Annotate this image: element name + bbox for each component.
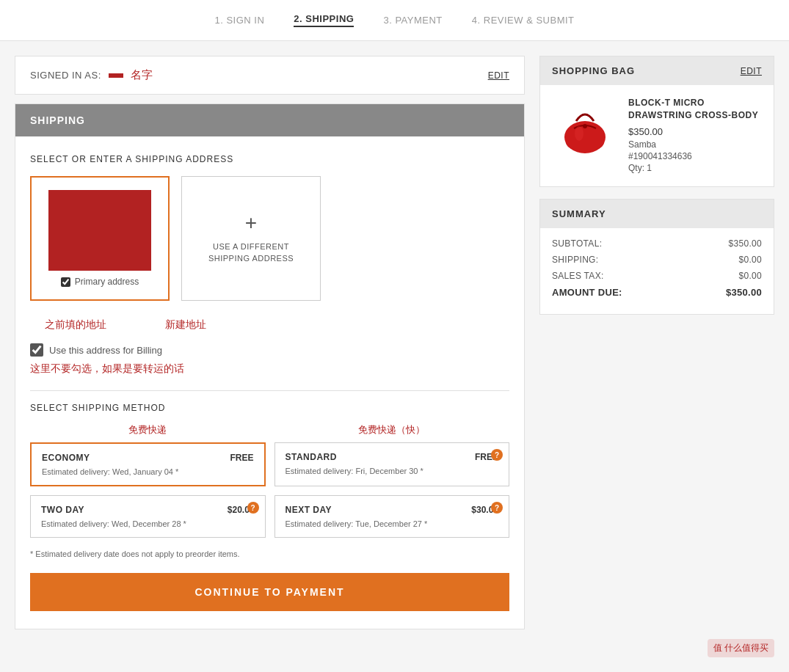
billing-checkbox[interactable] <box>30 343 43 357</box>
standard-annotation: 免费快递（快） <box>274 423 510 437</box>
add-address-text: USE A DIFFERENTSHIPPING ADDRESS <box>208 241 294 265</box>
svg-point-3 <box>575 126 583 141</box>
economy-price: FREE <box>230 453 253 463</box>
step-shipping[interactable]: 2. SHIPPING <box>294 13 354 27</box>
primary-address-card[interactable]: Primary address <box>30 176 170 301</box>
address-section-label: SELECT OR ENTER A SHIPPING ADDRESS <box>30 154 509 164</box>
annotation-previous: 之前填的地址 <box>45 318 106 332</box>
method-annotation-row: 免费快递 免费快递（快） <box>30 423 509 437</box>
two-day-name: TWO DAY <box>41 505 84 515</box>
billing-note: 这里不要勾选，如果是要转运的话 <box>30 362 509 376</box>
economy-annotation: 免费快递 <box>30 423 266 437</box>
total-value: $350.00 <box>726 287 762 298</box>
billing-row: Use this address for Billing <box>30 343 509 357</box>
method-next-day-top: NEXT DAY $30.00 ? <box>286 505 499 515</box>
signed-in-info: SIGNED IN AS: 名字 <box>30 68 153 82</box>
subtotal-value: $350.00 <box>729 238 762 249</box>
two-day-help-icon[interactable]: ? <box>247 502 259 514</box>
bag-item-image <box>552 97 618 163</box>
summary-header: SUMMARY <box>540 200 774 228</box>
method-standard-top: STANDARD FREE ? <box>286 452 499 462</box>
primary-address-image <box>48 190 151 271</box>
step-review[interactable]: 4. REVIEW & SUBMIT <box>472 15 575 26</box>
summary-subtotal: SUBTOTAL: $350.00 <box>552 238 762 249</box>
bag-item-price: $350.00 <box>628 126 762 137</box>
address-cards: Primary address + USE A DIFFERENTSHIPPIN… <box>30 176 509 301</box>
bag-header: SHOPPING BAG EDIT <box>540 56 774 85</box>
method-two-day[interactable]: TWO DAY $20.00 ? Estimated delivery: Wed… <box>30 495 266 538</box>
watermark: 值 什么值得买 <box>708 639 774 644</box>
signed-in-edit-link[interactable]: EDIT <box>488 70 509 81</box>
shipping-method-label: SELECT SHIPPING METHOD <box>30 403 509 413</box>
checkout-steps: 1. SIGN IN 2. SHIPPING 3. PAYMENT 4. REV… <box>0 0 789 41</box>
signed-in-bar: SIGNED IN AS: 名字 EDIT <box>15 56 525 95</box>
shipping-header: SHIPPING <box>15 104 524 136</box>
user-chinese-name: 名字 <box>131 68 153 82</box>
summary-body: SUBTOTAL: $350.00 SHIPPING: $0.00 SALES … <box>540 228 774 314</box>
method-standard[interactable]: STANDARD FREE ? Estimated delivery: Fri,… <box>274 442 510 486</box>
user-name-badge <box>109 73 123 78</box>
annotation-new: 新建地址 <box>165 318 206 332</box>
summary-panel: SUMMARY SUBTOTAL: $350.00 SHIPPING: $0.0… <box>539 199 774 315</box>
svg-rect-1 <box>566 128 604 149</box>
economy-delivery: Estimated delivery: Wed, January 04 * <box>42 467 254 476</box>
bag-panel: SHOPPING BAG EDIT <box>539 56 774 187</box>
add-address-card[interactable]: + USE A DIFFERENTSHIPPING ADDRESS <box>181 176 321 301</box>
standard-annotation-wrapper: 免费快递（快） <box>274 423 510 437</box>
left-panel: SIGNED IN AS: 名字 EDIT SHIPPING SELECT OR… <box>15 56 525 629</box>
summary-shipping: SHIPPING: $0.00 <box>552 255 762 265</box>
total-label: AMOUNT DUE: <box>552 287 622 298</box>
standard-help-icon[interactable]: ? <box>491 449 503 461</box>
step-payment[interactable]: 3. PAYMENT <box>383 15 442 26</box>
primary-address-label: Primary address <box>61 277 139 287</box>
bag-edit-link[interactable]: EDIT <box>741 66 762 76</box>
bag-item-color: Samba <box>628 139 762 150</box>
annotation-row: 之前填的地址 新建地址 <box>30 318 509 332</box>
tax-label: SALES TAX: <box>552 271 604 281</box>
handbag-svg <box>556 101 614 159</box>
next-day-delivery: Estimated delivery: Tue, December 27 * <box>286 519 499 528</box>
next-day-help-icon[interactable]: ? <box>491 502 503 514</box>
bag-body: BLOCK-T MICRO DRAWSTRING CROSS-BODY $350… <box>540 85 774 186</box>
continue-to-payment-button[interactable]: CONTINUE TO PAYMENT <box>30 573 509 611</box>
primary-address-checkbox[interactable] <box>61 277 70 287</box>
bag-item-name: BLOCK-T MICRO DRAWSTRING CROSS-BODY <box>628 97 762 122</box>
shipping-label: SHIPPING: <box>552 255 598 265</box>
subtotal-label: SUBTOTAL: <box>552 238 602 249</box>
bag-item-details: BLOCK-T MICRO DRAWSTRING CROSS-BODY $350… <box>628 97 762 175</box>
summary-tax: SALES TAX: $0.00 <box>552 271 762 281</box>
summary-title: SUMMARY <box>552 208 606 219</box>
method-grid: ECONOMY FREE Estimated delivery: Wed, Ja… <box>30 442 509 538</box>
signed-in-label: SIGNED IN AS: <box>30 70 101 81</box>
next-day-name: NEXT DAY <box>286 505 332 515</box>
shipping-body: SELECT OR ENTER A SHIPPING ADDRESS Prima… <box>15 136 524 629</box>
summary-total: AMOUNT DUE: $350.00 <box>552 287 762 298</box>
right-panel: SHOPPING BAG EDIT <box>539 56 774 629</box>
bag-item-qty: Qty: 1 <box>628 163 762 173</box>
billing-label: Use this address for Billing <box>49 345 162 356</box>
economy-annotation-wrapper: 免费快递 <box>30 423 266 437</box>
shipping-section: SHIPPING SELECT OR ENTER A SHIPPING ADDR… <box>15 103 525 629</box>
standard-delivery: Estimated delivery: Fri, December 30 * <box>286 467 499 475</box>
bag-title: SHOPPING BAG <box>552 65 635 76</box>
shipping-value: $0.00 <box>738 255 762 265</box>
method-economy-top: ECONOMY FREE <box>42 453 254 463</box>
plus-icon: + <box>245 213 257 233</box>
disclaimer: * Estimated delivery date does not apply… <box>30 549 509 558</box>
section-divider <box>30 390 509 391</box>
two-day-delivery: Estimated delivery: Wed, December 28 * <box>41 519 255 528</box>
bag-item-sku: #190041334636 <box>628 151 762 161</box>
economy-name: ECONOMY <box>42 453 90 463</box>
tax-value: $0.00 <box>738 271 762 281</box>
step-signin[interactable]: 1. SIGN IN <box>214 15 264 26</box>
method-two-day-top: TWO DAY $20.00 ? <box>41 505 255 515</box>
bag-item: BLOCK-T MICRO DRAWSTRING CROSS-BODY $350… <box>552 97 762 175</box>
svg-point-2 <box>583 124 587 128</box>
standard-name: STANDARD <box>286 452 337 462</box>
method-next-day[interactable]: NEXT DAY $30.00 ? Estimated delivery: Tu… <box>274 495 510 538</box>
method-economy[interactable]: ECONOMY FREE Estimated delivery: Wed, Ja… <box>30 442 266 486</box>
